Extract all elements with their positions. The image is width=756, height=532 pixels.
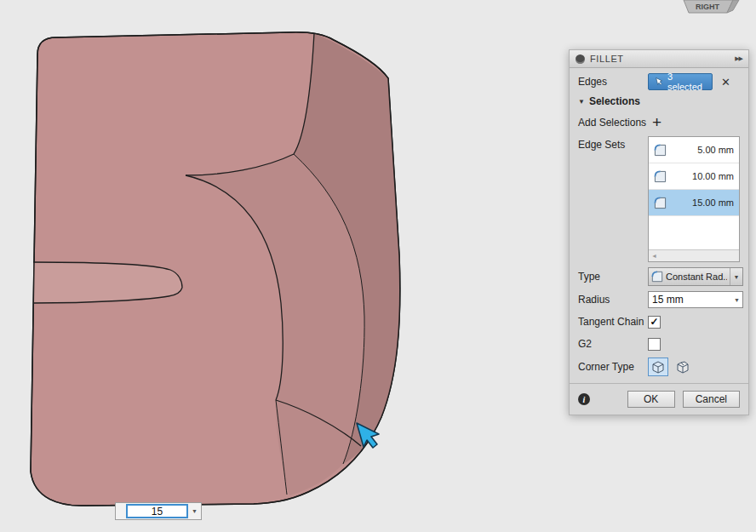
rolling-ball-corner-icon <box>651 360 665 374</box>
fillet-dialog: FILLET ▶▶ Edges 3 selected ✕ ▼ Selection… <box>569 49 749 415</box>
horizontal-scrollbar[interactable]: ◄ <box>649 249 739 261</box>
radius-input-wrap: ▼ <box>648 291 743 308</box>
fillet-radius-icon <box>654 170 667 183</box>
tangent-chain-checkbox[interactable]: ✓ <box>648 316 661 329</box>
radius-label: Radius <box>578 294 648 306</box>
canvas-radius-manipulator: ▼ <box>115 502 202 520</box>
fillet-type-icon <box>651 271 663 283</box>
model-horizontal-fillet-face[interactable] <box>33 262 182 303</box>
add-selections-label: Add Selections <box>578 117 648 129</box>
canvas-radius-input[interactable] <box>128 506 186 517</box>
add-selections-button[interactable]: + <box>652 116 662 129</box>
edge-set-value: 10.00 mm <box>692 171 734 181</box>
type-dropdown-arrow-icon[interactable]: ▼ <box>730 268 742 285</box>
radius-row: Radius ▼ <box>578 291 740 308</box>
type-dropdown[interactable]: Constant Rad... ▼ <box>648 267 743 286</box>
type-row: Type Constant Rad... ▼ <box>578 267 740 286</box>
radius-dropdown-arrow-icon[interactable]: ▼ <box>731 297 742 303</box>
edge-set-row-3[interactable]: 15.00 mm <box>649 190 739 216</box>
cancel-button[interactable]: Cancel <box>683 391 740 408</box>
corner-type-rolling-ball-button[interactable] <box>648 358 668 376</box>
g2-checkbox[interactable] <box>648 338 661 351</box>
type-value: Constant Rad... <box>666 272 727 282</box>
type-label: Type <box>578 271 648 283</box>
cursor-icon <box>655 77 663 87</box>
edge-set-row-1[interactable]: 5.00 mm <box>649 137 739 163</box>
edge-set-value: 5.00 mm <box>697 145 734 155</box>
scroll-left-icon[interactable]: ◄ <box>651 253 657 259</box>
edges-row: Edges 3 selected ✕ <box>578 73 740 90</box>
setback-corner-icon <box>676 360 690 374</box>
corner-type-row: Corner Type <box>578 358 740 376</box>
g2-row: G2 <box>578 335 740 352</box>
edge-set-value: 15.00 mm <box>692 197 734 208</box>
dialog-titlebar[interactable]: FILLET ▶▶ <box>570 50 748 68</box>
edge-sets-list: 5.00 mm 10.00 mm 1 <box>648 136 740 262</box>
tangent-chain-label: Tangent Chain <box>578 316 648 328</box>
check-icon: ✓ <box>650 317 658 327</box>
edge-sets-empty-area <box>649 216 739 249</box>
corner-type-label: Corner Type <box>578 361 648 373</box>
edges-selected-button[interactable]: 3 selected <box>648 73 713 90</box>
dialog-title: FILLET <box>590 54 735 64</box>
info-icon[interactable]: i <box>578 393 590 405</box>
viewcube-label: RIGHT <box>696 3 720 11</box>
canvas-radius-field[interactable] <box>126 504 188 518</box>
radius-input[interactable] <box>649 294 731 306</box>
edge-sets-label: Edge Sets <box>578 139 648 151</box>
collapse-panel-icon[interactable]: ▶▶ <box>735 55 742 62</box>
edges-label: Edges <box>578 76 648 88</box>
edges-selected-count: 3 selected <box>667 72 706 92</box>
selections-header-label: Selections <box>589 95 640 107</box>
dialog-body: Edges 3 selected ✕ ▼ Selections Add Sele… <box>570 68 748 376</box>
add-selections-row: Add Selections + <box>578 114 740 131</box>
edge-sets-row: Edge Sets 5.00 mm 10 <box>578 136 740 262</box>
selections-section-header[interactable]: ▼ Selections <box>578 95 740 107</box>
g2-label: G2 <box>578 338 648 350</box>
dialog-footer: i OK Cancel <box>570 383 748 415</box>
viewcube[interactable]: RIGHT <box>684 0 739 13</box>
fillet-radius-icon <box>654 197 667 209</box>
drag-grip-icon[interactable] <box>576 54 585 64</box>
fusion-canvas: RIGHT ▼ FILLET ▶▶ Edges 3 selected <box>0 0 756 532</box>
tangent-chain-row: Tangent Chain ✓ <box>578 313 740 330</box>
edge-set-row-2[interactable]: 10.00 mm <box>649 163 739 190</box>
corner-type-setback-button[interactable] <box>673 358 693 376</box>
fillet-radius-icon <box>654 144 667 157</box>
canvas-radius-dropdown-icon[interactable]: ▼ <box>188 508 201 514</box>
section-collapse-triangle-icon: ▼ <box>578 98 585 106</box>
clear-selection-icon[interactable]: ✕ <box>721 77 730 88</box>
ok-button[interactable]: OK <box>627 391 675 408</box>
